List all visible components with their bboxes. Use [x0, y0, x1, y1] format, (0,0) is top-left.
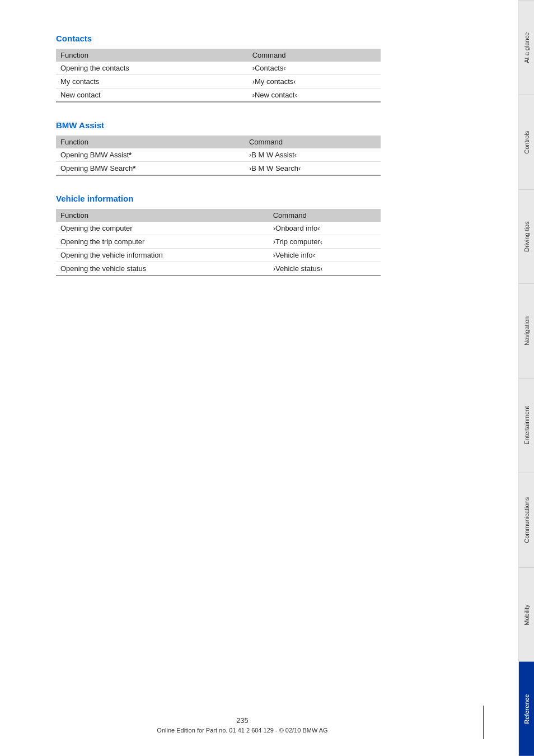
footer-divider	[483, 706, 484, 739]
function-cell: Opening the contacts	[56, 62, 248, 75]
footer: 235 Online Edition for Part no. 01 41 2 …	[0, 716, 485, 734]
contacts-header-row: Function Command	[56, 49, 381, 62]
vehicle-info-col-function: Function	[56, 209, 269, 222]
function-cell: New contact	[56, 88, 248, 102]
function-cell: Opening the vehicle status	[56, 262, 269, 276]
table-row: Opening BMW Search*›B M W Search‹	[56, 162, 381, 176]
bmw-assist-col-function: Function	[56, 136, 245, 148]
vehicle-information-section: Vehicle information Function Command Ope…	[56, 194, 496, 276]
contacts-table: Function Command Opening the contacts›Co…	[56, 49, 381, 102]
bmw-assist-header-row: Function Command	[56, 136, 381, 148]
contacts-section: Contacts Function Command Opening the co…	[56, 34, 496, 102]
command-cell: ›New contact‹	[248, 88, 381, 102]
command-cell: ›Trip computer‹	[269, 235, 381, 249]
command-cell: ›B M W Assist‹	[245, 148, 381, 162]
command-cell: ›Vehicle info‹	[269, 249, 381, 262]
main-content: Contacts Function Command Opening the co…	[0, 0, 518, 756]
function-cell: My contacts	[56, 75, 248, 88]
function-cell: Opening the vehicle information	[56, 249, 269, 262]
sidebar-tab-controls[interactable]: Controls	[519, 95, 534, 189]
sidebar-tab-reference[interactable]: Reference	[519, 661, 534, 756]
vehicle-information-title: Vehicle information	[56, 194, 496, 203]
sidebar-tab-driving-tips[interactable]: Driving tips	[519, 189, 534, 284]
sidebar-tab-at-a-glance[interactable]: At a glance	[519, 0, 534, 95]
contacts-col-function: Function	[56, 49, 248, 62]
bmw-assist-section: BMW Assist Function Command Opening BMW …	[56, 120, 496, 176]
page-container: Contacts Function Command Opening the co…	[0, 0, 534, 756]
table-row: My contacts›My contacts‹	[56, 75, 381, 88]
function-cell: Opening the computer	[56, 222, 269, 235]
table-row: Opening the vehicle status›Vehicle statu…	[56, 262, 381, 276]
vehicle-information-header-row: Function Command	[56, 209, 381, 222]
page-number: 235	[0, 716, 485, 725]
table-row: Opening the trip computer›Trip computer‹	[56, 235, 381, 249]
function-cell: Opening the trip computer	[56, 235, 269, 249]
contacts-col-command: Command	[248, 49, 381, 62]
command-cell: ›Onboard info‹	[269, 222, 381, 235]
vehicle-information-table: Function Command Opening the computer›On…	[56, 209, 381, 276]
sidebar-tab-navigation[interactable]: Navigation	[519, 283, 534, 378]
sidebar-tab-mobility[interactable]: Mobility	[519, 567, 534, 662]
table-row: Opening the contacts›Contacts‹	[56, 62, 381, 75]
command-cell: ›My contacts‹	[248, 75, 381, 88]
table-row: New contact›New contact‹	[56, 88, 381, 102]
function-cell: Opening BMW Assist*	[56, 148, 245, 162]
sidebar-tab-communications[interactable]: Communications	[519, 473, 534, 567]
contacts-title: Contacts	[56, 34, 496, 43]
command-cell: ›Contacts‹	[248, 62, 381, 75]
table-row: Opening the computer›Onboard info‹	[56, 222, 381, 235]
command-cell: ›B M W Search‹	[245, 162, 381, 176]
footer-text: Online Edition for Part no. 01 41 2 604 …	[0, 727, 485, 734]
vehicle-info-col-command: Command	[269, 209, 381, 222]
sidebar: At a glanceControlsDriving tipsNavigatio…	[518, 0, 534, 756]
bmw-assist-table: Function Command Opening BMW Assist*›B M…	[56, 136, 381, 176]
command-cell: ›Vehicle status‹	[269, 262, 381, 276]
bmw-assist-col-command: Command	[245, 136, 381, 148]
table-row: Opening the vehicle information›Vehicle …	[56, 249, 381, 262]
function-cell: Opening BMW Search*	[56, 162, 245, 176]
bmw-assist-title: BMW Assist	[56, 120, 496, 130]
sidebar-tab-entertainment[interactable]: Entertainment	[519, 378, 534, 473]
table-row: Opening BMW Assist*›B M W Assist‹	[56, 148, 381, 162]
